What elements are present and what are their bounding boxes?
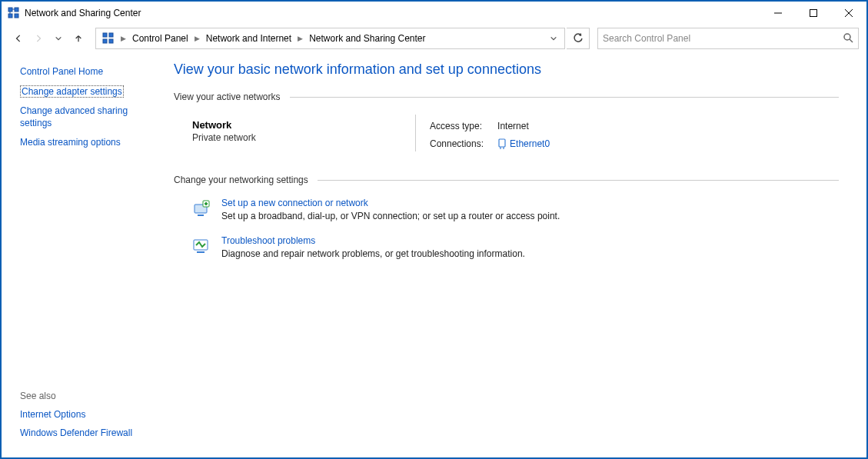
up-button[interactable] bbox=[69, 29, 88, 48]
svg-rect-11 bbox=[109, 33, 113, 37]
back-button[interactable] bbox=[9, 29, 28, 48]
task-troubleshoot-desc: Diagnose and repair network problems, or… bbox=[221, 248, 525, 259]
window-controls bbox=[760, 2, 866, 25]
svg-rect-20 bbox=[198, 215, 204, 216]
task-troubleshoot[interactable]: Troubleshoot problems bbox=[221, 235, 315, 246]
minimize-button[interactable] bbox=[760, 2, 796, 25]
access-type-value: Internet bbox=[497, 121, 550, 131]
ethernet-icon bbox=[497, 138, 507, 150]
title-bar: Network and Sharing Center bbox=[2, 2, 866, 25]
network-name: Network bbox=[192, 119, 415, 131]
recent-locations-button[interactable] bbox=[49, 29, 68, 48]
group-active-networks: View your active networks bbox=[174, 91, 839, 102]
task-setup-desc: Set up a broadband, dial-up, or VPN conn… bbox=[221, 211, 560, 221]
svg-rect-0 bbox=[8, 8, 12, 12]
vertical-divider bbox=[415, 115, 416, 151]
maximize-button[interactable] bbox=[796, 2, 831, 25]
troubleshoot-icon bbox=[192, 237, 211, 255]
address-dropdown-button[interactable] bbox=[546, 28, 561, 48]
svg-rect-10 bbox=[103, 33, 107, 37]
breadcrumb-network-sharing-center[interactable]: Network and Sharing Center bbox=[306, 33, 428, 44]
refresh-button[interactable] bbox=[567, 28, 590, 49]
sidebar-change-advanced-sharing[interactable]: Change advanced sharing settings bbox=[20, 105, 128, 128]
breadcrumb-network-internet[interactable]: Network and Internet bbox=[203, 33, 294, 44]
sidebar-control-panel-home[interactable]: Control Panel Home bbox=[20, 66, 103, 77]
see-also-internet-options[interactable]: Internet Options bbox=[20, 409, 85, 420]
sidebar-media-streaming-options[interactable]: Media streaming options bbox=[20, 137, 121, 148]
see-also-label: See also bbox=[20, 391, 152, 401]
sidebar-item-label: Change adapter settings bbox=[20, 85, 124, 98]
search-input[interactable] bbox=[603, 33, 838, 44]
sidebar: Control Panel Home Change adapter settin… bbox=[2, 52, 163, 457]
forward-button[interactable] bbox=[29, 29, 48, 48]
chevron-right-icon[interactable]: ▶ bbox=[119, 35, 128, 42]
main-content: View your basic network information and … bbox=[163, 52, 866, 457]
divider bbox=[318, 180, 839, 181]
svg-rect-2 bbox=[8, 14, 12, 18]
chevron-right-icon[interactable]: ▶ bbox=[193, 35, 201, 42]
chevron-right-icon[interactable]: ▶ bbox=[296, 35, 304, 42]
svg-point-14 bbox=[844, 34, 850, 40]
setup-connection-icon bbox=[192, 199, 211, 218]
svg-rect-13 bbox=[109, 39, 113, 43]
page-heading: View your basic network information and … bbox=[174, 62, 839, 78]
task-setup-connection[interactable]: Set up a new connection or network bbox=[221, 198, 368, 208]
search-box[interactable] bbox=[597, 28, 859, 49]
divider bbox=[290, 97, 839, 98]
connection-link[interactable]: Ethernet0 bbox=[497, 138, 550, 150]
search-icon[interactable] bbox=[843, 32, 853, 45]
svg-rect-16 bbox=[499, 139, 505, 147]
group-change-settings: Change your networking settings bbox=[174, 175, 839, 185]
network-type: Private network bbox=[192, 132, 415, 143]
sidebar-change-adapter-settings[interactable]: Change adapter settings bbox=[20, 85, 124, 98]
svg-rect-25 bbox=[197, 251, 205, 253]
svg-rect-7 bbox=[810, 10, 817, 17]
svg-rect-12 bbox=[103, 39, 107, 43]
nav-bar: ▶ Control Panel ▶ Network and Internet ▶… bbox=[2, 25, 866, 52]
close-button[interactable] bbox=[831, 2, 866, 25]
access-type-label: Access type: bbox=[430, 121, 484, 131]
see-also-windows-defender-firewall[interactable]: Windows Defender Firewall bbox=[20, 427, 132, 438]
window-title: Network and Sharing Center bbox=[25, 8, 141, 18]
group-label: Change your networking settings bbox=[174, 175, 308, 185]
app-icon bbox=[8, 7, 20, 19]
svg-line-15 bbox=[850, 39, 853, 42]
connections-label: Connections: bbox=[430, 138, 484, 149]
group-label: View your active networks bbox=[174, 91, 281, 102]
breadcrumb-control-panel[interactable]: Control Panel bbox=[129, 33, 191, 44]
location-icon bbox=[102, 32, 115, 45]
svg-rect-1 bbox=[15, 8, 18, 12]
connection-name: Ethernet0 bbox=[510, 138, 550, 149]
svg-rect-3 bbox=[15, 14, 18, 18]
address-bar[interactable]: ▶ Control Panel ▶ Network and Internet ▶… bbox=[95, 28, 565, 49]
